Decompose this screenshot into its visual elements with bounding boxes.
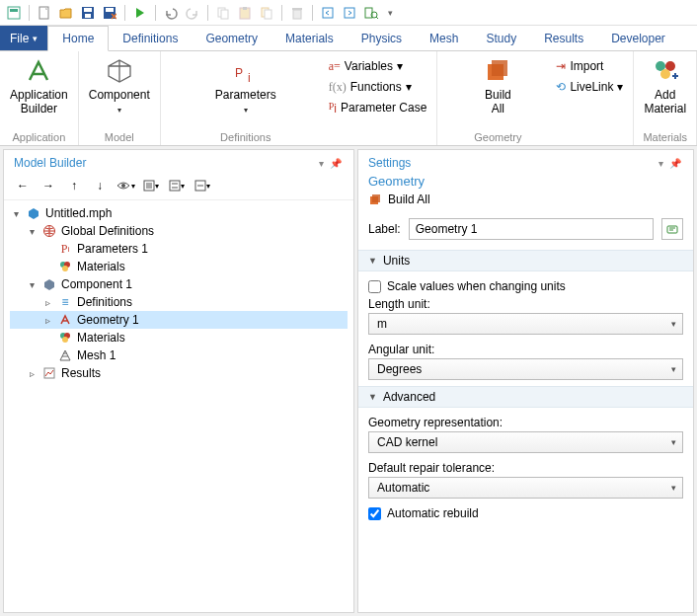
tab-materials[interactable]: Materials xyxy=(271,26,348,50)
tab-geometry[interactable]: Geometry xyxy=(192,26,271,50)
separator xyxy=(29,5,30,21)
find-fwd-icon[interactable] xyxy=(340,3,359,23)
functions-button[interactable]: f(x)Functions▾ xyxy=(325,77,431,98)
svg-rect-15 xyxy=(292,8,302,10)
parameters-button[interactable]: Pi Parameters▾ xyxy=(211,54,280,118)
nav-up-icon[interactable]: ↑ xyxy=(63,176,85,195)
chevron-down-icon: ▾ xyxy=(406,79,412,96)
svg-point-42 xyxy=(62,266,68,271)
parameter-case-button[interactable]: PiParameter Case xyxy=(325,98,431,119)
section-units[interactable]: ▼Units xyxy=(358,250,693,271)
undo-icon[interactable] xyxy=(161,3,181,23)
checkbox-input[interactable] xyxy=(368,507,381,520)
component-icon xyxy=(41,276,57,292)
tab-physics[interactable]: Physics xyxy=(348,26,416,50)
variables-button[interactable]: a=Variables▾ xyxy=(325,56,431,77)
collapse-icon[interactable]: ▾ xyxy=(10,208,22,219)
collapse2-icon[interactable]: ▾ xyxy=(166,176,188,195)
tree-global-definitions[interactable]: ▾Global Definitions xyxy=(10,222,348,240)
auto-rebuild-checkbox[interactable]: Automatic rebuild xyxy=(368,504,683,522)
component-button[interactable]: Component▾ xyxy=(85,54,154,118)
svg-rect-37 xyxy=(170,181,180,191)
chevron-down-icon: ▾ xyxy=(117,106,121,115)
pin-icon[interactable]: 📌 xyxy=(328,158,344,169)
parameters-icon: Pi xyxy=(233,56,259,86)
angular-unit-label: Angular unit: xyxy=(368,341,683,358)
separator xyxy=(155,5,156,21)
checkbox-input[interactable] xyxy=(368,280,381,293)
build-all-link[interactable]: Build All xyxy=(388,192,430,206)
tab-mesh[interactable]: Mesh xyxy=(416,26,472,50)
tree-root[interactable]: ▾Untitled.mph xyxy=(10,204,348,222)
collapse3-icon[interactable]: ▾ xyxy=(192,176,213,195)
build-all-icon xyxy=(368,192,382,206)
tree-geometry1[interactable]: ▹Geometry 1 xyxy=(10,311,348,329)
new-icon[interactable] xyxy=(35,3,54,23)
model-tree[interactable]: ▾Untitled.mph ▾Global Definitions PiPara… xyxy=(4,200,353,612)
mph-file-icon xyxy=(26,205,41,221)
application-builder-button[interactable]: Application Builder xyxy=(6,54,72,118)
tab-home[interactable]: Home xyxy=(47,26,109,51)
save-icon[interactable] xyxy=(78,3,98,23)
qat-dropdown-icon[interactable]: ▾ xyxy=(383,3,397,23)
separator xyxy=(124,5,125,21)
geom-rep-select[interactable]: CAD kernel xyxy=(368,431,683,453)
nav-back-icon[interactable]: ← xyxy=(12,176,34,195)
panel-menu-icon[interactable]: ▾ xyxy=(657,158,665,169)
svg-point-45 xyxy=(62,337,68,343)
label-input[interactable] xyxy=(409,218,654,240)
pin-icon[interactable]: 📌 xyxy=(667,158,683,169)
nav-fwd-icon[interactable]: → xyxy=(38,176,59,195)
find-back-icon[interactable] xyxy=(318,3,338,23)
file-menu-button[interactable]: File▾ xyxy=(0,26,47,50)
build-all-icon xyxy=(483,56,512,86)
collapse-icon[interactable]: ▾ xyxy=(26,279,38,290)
tree-definitions[interactable]: ▹≡Definitions xyxy=(10,293,348,311)
angular-unit-select[interactable]: Degrees xyxy=(368,358,683,380)
expand-icon[interactable]: ▹ xyxy=(26,368,38,379)
tree-mesh1[interactable]: Mesh 1 xyxy=(10,346,348,364)
group-label: Materials xyxy=(643,130,687,144)
tree-parameters1[interactable]: PiParameters 1 xyxy=(10,240,348,258)
add-material-button[interactable]: Add Material xyxy=(640,54,690,118)
build-all-button[interactable]: Build All xyxy=(479,54,516,118)
collapse-icon[interactable]: ▾ xyxy=(26,226,38,237)
tab-results[interactable]: Results xyxy=(530,26,597,50)
tree-comp-materials[interactable]: Materials xyxy=(10,329,348,346)
tab-study[interactable]: Study xyxy=(472,26,530,50)
scale-values-checkbox[interactable]: Scale values when changing units xyxy=(368,277,683,295)
label-edit-button[interactable] xyxy=(661,218,683,240)
globe-icon xyxy=(41,223,57,239)
expand-icon[interactable]: ▹ xyxy=(41,297,53,308)
tree-global-materials[interactable]: Materials xyxy=(10,258,348,275)
app-icon[interactable] xyxy=(4,3,24,23)
section-advanced[interactable]: ▼Advanced xyxy=(358,386,693,408)
run-icon[interactable] xyxy=(130,3,150,23)
livelink-button[interactable]: ⟲LiveLink▾ xyxy=(552,77,627,98)
materials-icon xyxy=(57,330,73,346)
open-icon[interactable] xyxy=(56,3,76,23)
nav-down-icon[interactable]: ↓ xyxy=(89,176,111,195)
import-icon: ⇥ xyxy=(556,58,566,75)
import-button[interactable]: ⇥Import xyxy=(552,56,627,77)
parameters-icon: Pi xyxy=(57,241,73,257)
tab-definitions[interactable]: Definitions xyxy=(109,26,192,50)
tab-developer[interactable]: Developer xyxy=(597,26,679,50)
collapse1-icon[interactable]: ▾ xyxy=(140,176,162,195)
svg-text:i: i xyxy=(248,71,251,85)
save-as-icon[interactable] xyxy=(100,3,119,23)
show-icon[interactable]: ▾ xyxy=(115,176,136,195)
tree-results[interactable]: ▹Results xyxy=(10,364,348,382)
repair-tol-select[interactable]: Automatic xyxy=(368,477,683,499)
expand-icon[interactable]: ▹ xyxy=(41,315,53,326)
ribbon: Application Builder Application Componen… xyxy=(0,51,697,146)
length-unit-select[interactable]: m xyxy=(368,313,683,335)
panel-menu-icon[interactable]: ▾ xyxy=(317,158,326,169)
separator xyxy=(207,5,208,21)
label-row: Label: xyxy=(358,212,693,246)
search-tree-icon[interactable] xyxy=(361,3,381,23)
svg-text:P: P xyxy=(235,66,243,80)
tree-component1[interactable]: ▾Component 1 xyxy=(10,275,348,293)
main-panels: Model Builder ▾📌 ← → ↑ ↓ ▾ ▾ ▾ ▾ ▾Untitl… xyxy=(0,146,697,616)
settings-panel: Settings ▾📌 Geometry Build All Label: ▼U… xyxy=(357,149,694,613)
